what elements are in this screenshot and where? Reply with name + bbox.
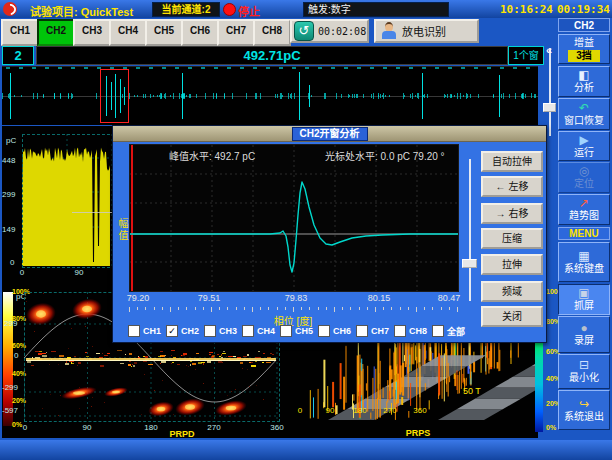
minor-tick bbox=[391, 307, 392, 310]
dialog-x-tick: 79.51 bbox=[198, 293, 221, 303]
dialog-button-3[interactable]: 压缩 bbox=[481, 228, 543, 249]
dialog-button-2[interactable]: → 右移 bbox=[481, 203, 543, 224]
noise-tick bbox=[417, 93, 418, 98]
channel-tab-ch7[interactable]: CH7 bbox=[217, 19, 255, 46]
noise-tick bbox=[150, 94, 151, 97]
noise-tick bbox=[354, 94, 355, 98]
checkbox-ch8[interactable] bbox=[394, 325, 406, 337]
noise-tick bbox=[153, 95, 154, 98]
prpsxt-label: 270 bbox=[383, 406, 396, 415]
sidebar-button-analyze[interactable]: ◧分析 bbox=[558, 66, 610, 97]
dialog-button-1[interactable]: ← 左移 bbox=[481, 176, 543, 197]
minor-tick bbox=[301, 307, 302, 310]
slider-track bbox=[469, 159, 471, 301]
collapse-arrow[interactable]: « bbox=[546, 44, 552, 56]
sidebar-button-screen-capture[interactable]: ▣抓屏 bbox=[558, 284, 610, 315]
checkbox-ch2[interactable]: ✓ bbox=[166, 325, 178, 337]
dialog-x-tick: 79.83 bbox=[285, 293, 308, 303]
prps-depth-label: 50 T bbox=[463, 386, 481, 396]
phase-tick bbox=[383, 67, 387, 69]
channel-tab-ch6[interactable]: CH6 bbox=[181, 19, 219, 46]
noise-tick bbox=[181, 94, 182, 98]
checkbox-item-ch2[interactable]: ✓CH2 bbox=[166, 325, 199, 337]
noise-tick bbox=[9, 93, 10, 98]
phase-tick bbox=[201, 67, 205, 69]
scrollbar-thumb[interactable] bbox=[543, 103, 556, 112]
sidebar-gain-button[interactable]: 增益 3挡 bbox=[558, 34, 610, 64]
noise-tick bbox=[467, 94, 468, 98]
checkbox-item-ch5[interactable]: CH5 bbox=[280, 325, 313, 337]
checkbox-ch1[interactable] bbox=[128, 325, 140, 337]
noise-tick bbox=[447, 94, 448, 99]
channel-tab-ch2[interactable]: CH2 bbox=[37, 19, 75, 46]
phase-tick bbox=[279, 67, 283, 69]
checkbox-ch4[interactable] bbox=[242, 325, 254, 337]
checkbox-ch6[interactable] bbox=[318, 325, 330, 337]
prpdyt-label: 299 bbox=[4, 319, 17, 328]
strip-cursor-box[interactable] bbox=[100, 69, 129, 123]
phase-tick bbox=[292, 67, 296, 69]
phase-tick bbox=[305, 67, 309, 69]
timer-icon: ↺ bbox=[294, 21, 314, 41]
checkbox-ch5[interactable] bbox=[280, 325, 292, 337]
discharge-recognition-button[interactable]: 放电识别 bbox=[374, 19, 479, 43]
noise-tick bbox=[404, 95, 405, 98]
channel-tab-ch8[interactable]: CH8 bbox=[253, 19, 291, 46]
checkbox-item-ch1[interactable]: CH1 bbox=[128, 325, 161, 337]
vertical-scrollbar[interactable] bbox=[543, 48, 556, 136]
phase-tick bbox=[214, 67, 218, 69]
minor-tick bbox=[186, 307, 187, 310]
discharge-reading-value: 492.71pC bbox=[36, 46, 508, 65]
channel-tab-ch5[interactable]: CH5 bbox=[145, 19, 183, 46]
minor-tick bbox=[416, 307, 417, 312]
checkbox-item-ch7[interactable]: CH7 bbox=[356, 325, 389, 337]
dialog-button-6[interactable]: 关闭 bbox=[481, 306, 543, 327]
sidebar-button-window-restore[interactable]: ↶窗口恢复 bbox=[558, 98, 610, 130]
dialog-button-0[interactable]: 自动拉伸 bbox=[481, 151, 543, 172]
phase-tick bbox=[19, 67, 23, 69]
person-icon bbox=[382, 22, 396, 40]
channel-tab-ch4[interactable]: CH4 bbox=[109, 19, 147, 46]
noise-tick bbox=[325, 93, 326, 99]
channel-tab-ch1[interactable]: CH1 bbox=[1, 19, 39, 46]
checkbox-item-ch8[interactable]: CH8 bbox=[394, 325, 427, 337]
checkbox-label: CH3 bbox=[219, 326, 237, 336]
sidebar-button-run[interactable]: ▶运行 bbox=[558, 131, 610, 161]
noise-tick bbox=[54, 93, 55, 98]
checkbox-ch3[interactable] bbox=[204, 325, 216, 337]
timer-panel: ↺ 00:02:08 bbox=[290, 19, 369, 43]
channel-tab-ch3[interactable]: CH3 bbox=[73, 19, 111, 46]
checkbox-item-ch3[interactable]: CH3 bbox=[204, 325, 237, 337]
noise-tick bbox=[493, 95, 494, 97]
checkbox-label: CH1 bbox=[143, 326, 161, 336]
sidebar-button-system-keyboard[interactable]: ▦系统键盘 bbox=[558, 242, 610, 282]
slider-thumb[interactable] bbox=[462, 259, 477, 268]
minor-tick bbox=[236, 307, 237, 310]
checkbox-label: 全部 bbox=[447, 325, 465, 338]
sidebar-button-system-exit[interactable]: ↪系统退出 bbox=[558, 390, 610, 430]
histxt-label: 0 bbox=[20, 268, 24, 277]
sidebar-button-screen-record[interactable]: ●录屏 bbox=[558, 316, 610, 353]
pulse-waveform-strip[interactable] bbox=[2, 66, 538, 125]
noise-tick bbox=[43, 95, 44, 98]
checkbox-item-ch6[interactable]: CH6 bbox=[318, 325, 351, 337]
phase-tick bbox=[58, 67, 62, 69]
noise-tick bbox=[190, 94, 191, 98]
checkbox-item-全部[interactable]: 全部 bbox=[432, 325, 465, 337]
checkbox-ch7[interactable] bbox=[356, 325, 368, 337]
sidebar-button-minimize[interactable]: ⊟最小化 bbox=[558, 354, 610, 389]
minor-tick bbox=[342, 307, 343, 310]
screen-record-icon: ● bbox=[580, 322, 587, 335]
prpdxt-label: 0 bbox=[23, 423, 27, 432]
dialog-waveform-plot[interactable] bbox=[129, 144, 459, 292]
phase-tick bbox=[344, 67, 348, 69]
checkbox-item-ch4[interactable]: CH4 bbox=[242, 325, 275, 337]
minor-tick bbox=[260, 307, 261, 310]
dialog-button-4[interactable]: 拉伸 bbox=[481, 254, 543, 275]
dialog-title-bar[interactable]: CH2开窗分析 bbox=[113, 126, 546, 142]
dialog-button-5[interactable]: 频域 bbox=[481, 281, 543, 302]
sidebar-button-trend-chart[interactable]: ↗趋势图 bbox=[558, 194, 610, 225]
minimize-icon: ⊟ bbox=[579, 359, 589, 372]
noise-tick bbox=[470, 94, 471, 98]
checkbox-全部[interactable] bbox=[432, 325, 444, 337]
